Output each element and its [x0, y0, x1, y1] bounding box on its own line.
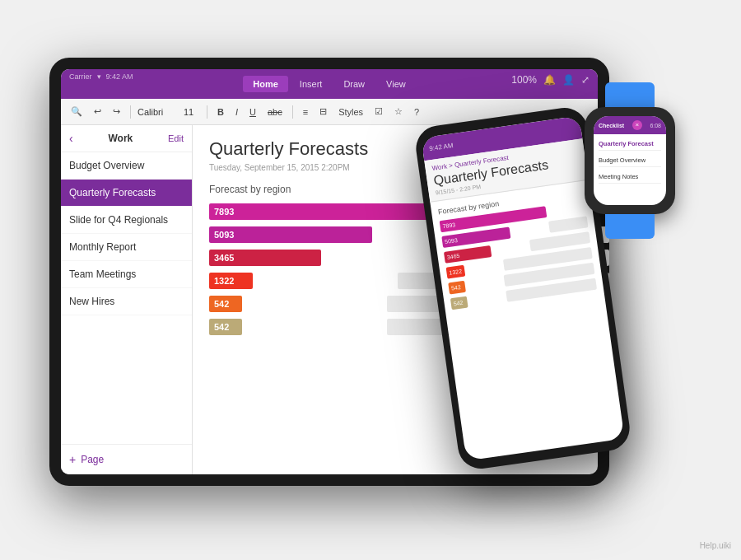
- phone-bar-wrap: 542: [450, 291, 504, 310]
- watch-time: 6:08: [650, 123, 661, 128]
- font-size[interactable]: 11: [184, 107, 200, 117]
- watch-list-item[interactable]: Meeting Notes: [599, 170, 661, 184]
- italic-button[interactable]: I: [232, 105, 241, 119]
- watch-screen: Checklist × 6:08 Quarterly ForecastBudge…: [594, 116, 666, 205]
- edit-button[interactable]: Edit: [168, 133, 184, 143]
- font-name[interactable]: Calibri: [137, 107, 179, 117]
- phone-bar-fill: 1322: [446, 265, 466, 279]
- apple-watch: Checklist × 6:08 Quarterly ForecastBudge…: [564, 82, 696, 239]
- sidebar-item-slide-q4[interactable]: Slide for Q4 Regionals: [61, 207, 192, 234]
- phone-bar-fill: 542: [450, 296, 468, 310]
- tab-draw[interactable]: Draw: [333, 76, 375, 92]
- bar-value: 542: [214, 322, 229, 332]
- sidebar-item-budget-overview[interactable]: Budget Overview: [61, 152, 192, 180]
- add-page-button[interactable]: + Page: [61, 444, 192, 474]
- strikethrough-button[interactable]: abc: [264, 105, 286, 119]
- watch-body: Checklist × 6:08 Quarterly ForecastBudge…: [585, 107, 675, 214]
- sidebar-title: Work: [108, 133, 133, 144]
- bar-value: 542: [214, 299, 229, 309]
- watch-band-bottom: [605, 214, 655, 239]
- bar-value: 3465: [214, 253, 234, 263]
- close-icon: ×: [635, 122, 639, 128]
- bar-value: 1322: [214, 276, 234, 286]
- bar-wrap: 542: [209, 319, 249, 335]
- phone-bar-fill: 542: [448, 281, 466, 295]
- battery-icon: 100%: [511, 74, 537, 86]
- bar-fill: 542: [209, 296, 242, 312]
- phone-bar-value: 7893: [442, 222, 455, 229]
- phone-bar-value: 542: [451, 284, 462, 292]
- bar-wrap: 1322: [209, 273, 259, 289]
- redo-icon[interactable]: ↪: [110, 105, 124, 119]
- watermark: Help.uiki: [700, 541, 731, 550]
- sidebar-item-quarterly-forecasts[interactable]: Quarterly Forecasts: [61, 180, 192, 207]
- star-icon[interactable]: ☆: [391, 105, 406, 119]
- bar-wrap: 3465: [209, 250, 328, 266]
- separator-3: [292, 105, 293, 119]
- phone-bar-value: 1322: [449, 268, 462, 276]
- list-icon[interactable]: ≡: [300, 105, 311, 119]
- phone-bar-value: 3465: [446, 253, 459, 260]
- watch-band-top: [605, 82, 655, 107]
- sidebar-item-monthly-report[interactable]: Monthly Report: [61, 234, 192, 261]
- bold-button[interactable]: B: [214, 105, 227, 119]
- separator-2: [207, 105, 207, 119]
- sidebar-item-new-hires[interactable]: New Hires: [61, 288, 192, 315]
- tablet-status: Carrier ▾ 9:42 AM: [69, 72, 133, 81]
- sidebar-item-team-meetings[interactable]: Team Meetings: [61, 261, 192, 288]
- time-label: 9:42 AM: [106, 72, 133, 81]
- bar-value: 7893: [214, 207, 234, 217]
- align-icon[interactable]: ⊟: [316, 105, 330, 119]
- watch-list-item[interactable]: Quarterly Forecast: [599, 138, 661, 151]
- bar-fill: 3465: [209, 250, 321, 266]
- tab-home[interactable]: Home: [243, 76, 288, 92]
- sidebar-header: ‹ Work Edit: [61, 125, 192, 152]
- bar-wrap: 542: [209, 296, 249, 312]
- watch-header: Checklist × 6:08: [594, 116, 666, 134]
- bar-fill: 1322: [209, 273, 253, 289]
- wifi-icon: ▾: [97, 72, 101, 81]
- bell-icon[interactable]: 🔔: [543, 74, 556, 86]
- add-page-label: Page: [81, 454, 104, 465]
- watch-content: Quarterly ForecastBudget OverviewMeeting…: [594, 134, 666, 205]
- help-icon[interactable]: ?: [411, 105, 422, 119]
- phone-bar-fill: 3465: [444, 245, 492, 264]
- bar-value: 5093: [214, 230, 234, 240]
- undo-icon[interactable]: ↩: [91, 105, 105, 119]
- onenote-topbar: Carrier ▾ 9:42 AM Home Insert Draw View …: [61, 69, 598, 99]
- sidebar: ‹ Work Edit Budget Overview Quarterly Fo…: [61, 125, 193, 474]
- phone-bar-value: 542: [453, 300, 464, 307]
- tab-view[interactable]: View: [376, 76, 416, 92]
- tab-insert[interactable]: Insert: [290, 76, 333, 92]
- carrier-label: Carrier: [69, 72, 92, 81]
- styles-icon[interactable]: Styles: [335, 105, 366, 119]
- search-icon[interactable]: 🔍: [68, 105, 86, 119]
- plus-icon: +: [69, 453, 76, 466]
- bar-wrap: 5093: [209, 226, 379, 243]
- phone-bar-value: 5093: [445, 237, 458, 245]
- bar-fill: 5093: [209, 226, 372, 243]
- onenote-tabs: Home Insert Draw View: [243, 76, 415, 92]
- separator-1: [130, 105, 131, 119]
- checkbox-icon[interactable]: ☑: [371, 105, 386, 119]
- back-button[interactable]: ‹: [69, 132, 73, 145]
- watch-list-item[interactable]: Budget Overview: [599, 154, 661, 167]
- bar-fill: 542: [209, 319, 242, 335]
- watch-title: Checklist: [599, 123, 624, 128]
- watch-close-button[interactable]: ×: [632, 120, 642, 130]
- underline-button[interactable]: U: [246, 105, 259, 119]
